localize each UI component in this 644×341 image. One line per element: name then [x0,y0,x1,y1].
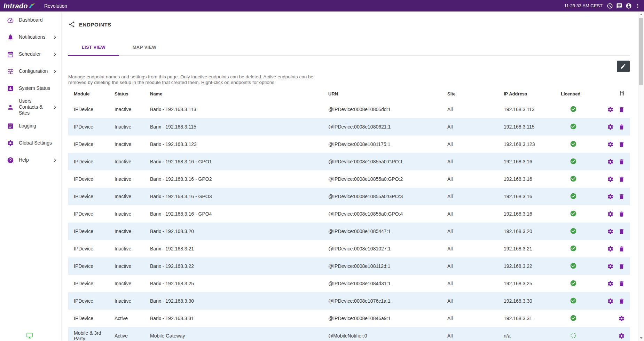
cell-urn: @MobileNotifier:0 [323,327,442,341]
cell-actions [591,240,630,257]
cell-name: Barix - 192.168.3.21 [144,240,323,257]
global-settings-icon [7,140,14,147]
cell-site: All [442,292,498,310]
cell-ip-address: 192.168.3.21 [498,240,555,257]
cell-urn: @IPDevice:0008e10855a0:GPO:4 [323,205,442,223]
row-delete-trash-icon[interactable] [618,228,625,235]
table-row[interactable]: IPDevice Active Barix - 192.168.3.31 @IP… [68,310,630,327]
sidebar-item-logging[interactable]: Logging [0,117,61,134]
scheduler-icon [7,51,14,58]
clock-icon[interactable] [607,3,613,9]
cell-urn: @IPDevice:0008e1085447:1 [323,223,442,240]
tab-list-view[interactable]: LIST VIEW [68,39,119,55]
cell-status: Inactive [109,257,144,275]
table-row[interactable]: IPDevice Inactive Barix - 192.168.3.16 -… [68,153,630,170]
sidebar-item-scheduler[interactable]: Scheduler [0,46,61,63]
row-settings-gear-icon[interactable] [607,263,614,270]
row-settings-gear-icon[interactable] [607,124,614,130]
row-delete-trash-icon[interactable] [618,141,625,148]
sidebar-item-configuration[interactable]: Configuration [0,63,61,80]
cell-name: Barix - 192.168.3.25 [144,275,323,292]
table-row[interactable]: Mobile & 3rd Party Active Mobile Gateway… [68,327,630,341]
table-row[interactable]: IPDevice Inactive Barix - 192.168.3.25 @… [68,275,630,292]
table-row[interactable]: IPDevice Inactive Barix - 192.168.3.22 @… [68,257,630,275]
cell-status: Active [109,327,144,341]
cell-actions [591,205,630,223]
cell-actions [591,223,630,240]
scroll-down-arrow[interactable] [638,335,644,341]
row-delete-trash-icon[interactable] [618,280,625,287]
cell-urn: @IPDevice:0008e1081175:1 [323,135,442,153]
cell-actions [591,118,630,135]
sidebar-item-users-contacts-sites[interactable]: Users Contacts & Sites [0,97,61,117]
col-header-status: Status [109,87,144,101]
edit-button[interactable] [617,61,630,72]
messages-icon[interactable] [616,3,622,9]
row-settings-gear-icon[interactable] [607,298,614,304]
cell-actions [591,310,630,327]
table-row[interactable]: IPDevice Inactive Barix - 192.168.3.16 -… [68,188,630,205]
notifications-icon [7,34,14,41]
row-delete-trash-icon[interactable] [618,124,625,130]
clock-time: 11:29:33 AM CEST [564,3,603,8]
column-filter-icon[interactable] [619,91,625,96]
row-settings-gear-icon[interactable] [607,106,614,113]
chevron-right-icon [52,104,58,110]
row-settings-gear-icon[interactable] [607,246,614,252]
row-delete-trash-icon[interactable] [618,246,625,252]
cell-module: IPDevice [68,223,109,240]
sidebar-item-dashboard[interactable]: Dashboard [0,11,61,29]
row-delete-trash-icon[interactable] [618,211,625,217]
cell-status: Inactive [109,188,144,205]
row-delete-trash-icon[interactable] [618,176,625,183]
sidebar-item-global-settings[interactable]: Global Settings [0,134,61,152]
licensed-check-icon [570,106,577,113]
row-delete-trash-icon[interactable] [618,263,625,270]
licensed-check-icon [570,297,577,304]
account-icon[interactable] [626,3,632,9]
licensed-check-icon [570,140,577,147]
licensed-check-icon [570,315,577,321]
row-settings-gear-icon[interactable] [607,193,614,200]
table-row[interactable]: IPDevice Inactive Barix - 192.168.3.21 @… [68,240,630,257]
table-row[interactable]: IPDevice Inactive Barix - 192.168.3.123 … [68,135,630,153]
row-settings-gear-icon[interactable] [607,158,614,165]
row-settings-gear-icon[interactable] [618,333,625,339]
scroll-up-arrow[interactable] [638,11,644,17]
cell-urn: @IPDevice:0008e108112d:1 [323,257,442,275]
table-row[interactable]: IPDevice Inactive Barix - 192.168.3.30 @… [68,292,630,310]
row-settings-gear-icon[interactable] [618,315,625,322]
row-delete-trash-icon[interactable] [618,298,625,304]
table-row[interactable]: IPDevice Inactive Barix - 192.168.3.20 @… [68,223,630,240]
table-row[interactable]: IPDevice Inactive Barix - 192.168.3.16 -… [68,205,630,223]
cell-name: Barix - 192.168.3.16 - GPO2 [144,170,323,188]
chevron-right-icon [52,68,58,75]
row-settings-gear-icon[interactable] [607,141,614,148]
row-settings-gear-icon[interactable] [607,211,614,217]
cell-actions [591,135,630,153]
cell-urn: @IPDevice:0008e1084d31:1 [323,275,442,292]
table-row[interactable]: IPDevice Inactive Barix - 192.168.3.115 … [68,118,630,135]
cell-name: Barix - 192.168.3.113 [144,101,323,118]
cell-ip-address: 192.168.3.113 [498,101,555,118]
sidebar-item-system-status[interactable]: System Status [0,80,61,97]
cell-module: Mobile & 3rd Party [68,327,109,341]
cell-ip-address: 192.168.3.16 [498,205,555,223]
cell-licensed [555,170,591,188]
row-delete-trash-icon[interactable] [618,193,625,200]
cell-urn: @IPDevice:0008e1081027:1 [323,240,442,257]
more-menu-icon[interactable] [635,3,641,9]
col-header-name: Name [144,87,323,101]
sidebar-item-help[interactable]: Help [0,152,61,169]
row-delete-trash-icon[interactable] [618,158,625,165]
row-settings-gear-icon[interactable] [607,228,614,235]
table-row[interactable]: IPDevice Inactive Barix - 192.168.3.16 -… [68,170,630,188]
row-settings-gear-icon[interactable] [607,176,614,183]
scrollbar-thumb[interactable] [639,18,643,85]
row-settings-gear-icon[interactable] [607,280,614,287]
table-row[interactable]: IPDevice Inactive Barix - 192.168.3.113 … [68,101,630,118]
cell-site: All [442,118,498,135]
tab-map-view[interactable]: MAP VIEW [119,39,170,55]
row-delete-trash-icon[interactable] [618,106,625,113]
sidebar-item-notifications[interactable]: Notifications [0,29,61,46]
